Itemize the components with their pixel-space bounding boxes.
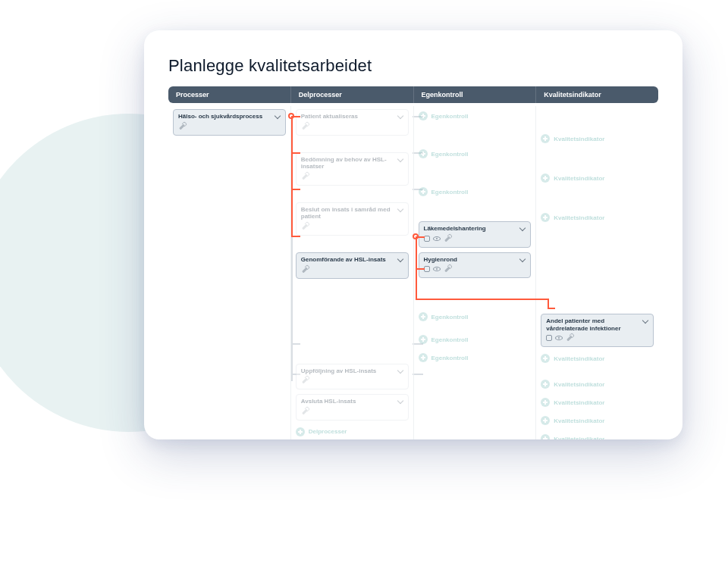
ghost-label: Kvalitetsindikator xyxy=(554,399,604,406)
add-kvalitetsindikator-button[interactable]: Kvalitetsindikator xyxy=(541,132,654,145)
chevron-down-icon xyxy=(398,157,403,162)
process-card[interactable]: Hälso- och sjukvårdsprocess xyxy=(173,109,286,136)
add-egenkontroll-button[interactable]: Egenkontroll xyxy=(419,109,532,123)
plus-icon xyxy=(541,174,550,183)
add-kvalitetsindikator-button[interactable]: Kvalitetsindikator xyxy=(541,171,654,185)
plus-icon xyxy=(541,416,550,425)
subprocess-card[interactable]: Uppföljning av HSL-insats xyxy=(296,364,409,390)
ghost-label: Egenkontroll xyxy=(431,314,469,321)
column-header-kvalitetsindikator: Kvalitetsindikator xyxy=(536,86,658,103)
plus-icon xyxy=(541,213,550,222)
chevron-down-icon xyxy=(398,207,403,212)
wrench-icon[interactable] xyxy=(301,266,309,274)
link-icon[interactable] xyxy=(546,335,552,341)
wrench-icon[interactable] xyxy=(301,408,309,415)
chevron-down-icon xyxy=(398,399,403,404)
add-egenkontroll-button[interactable]: Egenkontroll xyxy=(419,333,532,346)
egenkontroll-title: Hygienrond xyxy=(424,256,526,264)
ghost-label: Egenkontroll xyxy=(431,113,469,120)
subprocess-card[interactable]: Patient aktualiseras xyxy=(296,109,409,136)
wrench-icon[interactable] xyxy=(301,223,309,230)
plus-icon xyxy=(419,312,428,321)
subprocess-card[interactable]: Bedömning av behov av HSL-insatser xyxy=(296,152,409,186)
eye-icon[interactable] xyxy=(433,236,441,241)
planning-grid: Hälso- och sjukvårdsprocess Patient aktu… xyxy=(168,106,658,439)
subprocess-title: Uppföljning av HSL-insats xyxy=(301,367,403,375)
column-egenkontroll: Egenkontroll Egenkontroll Egenkontroll L… xyxy=(414,106,537,439)
ghost-label: Egenkontroll xyxy=(431,336,469,343)
ghost-label: Kvalitetsindikator xyxy=(554,436,604,439)
egenkontroll-card[interactable]: Läkemedelshantering xyxy=(419,221,532,248)
column-kvalitetsindikator: Kvalitetsindikator Kvalitetsindikator Kv… xyxy=(536,106,658,439)
subprocess-title: Genomförande av HSL-insats xyxy=(301,256,403,264)
ghost-label: Kvalitetsindikator xyxy=(554,175,604,182)
wrench-icon[interactable] xyxy=(301,173,309,180)
add-subprocess-label: Delprocesser xyxy=(309,428,347,435)
column-header-egenkontroll: Egenkontroll xyxy=(414,86,537,103)
column-delprocesser: Patient aktualiseras Bedömning av behov … xyxy=(291,106,414,439)
column-header-processer: Processer xyxy=(168,86,291,103)
kvalitetsindikator-title: Andel patienter med vårdrelaterade infek… xyxy=(546,317,648,332)
plus-icon xyxy=(419,335,428,344)
column-processer: Hälso- och sjukvårdsprocess xyxy=(168,106,291,439)
add-subprocess-button[interactable]: Delprocesser xyxy=(296,425,409,439)
add-egenkontroll-button[interactable]: Egenkontroll xyxy=(419,147,532,161)
ghost-label: Egenkontroll xyxy=(431,151,469,158)
plus-icon xyxy=(419,111,428,120)
chevron-down-icon xyxy=(398,257,403,262)
columns-header: Processer Delprocesser Egenkontroll Kval… xyxy=(168,86,658,103)
add-kvalitetsindikator-button[interactable]: Kvalitetsindikator xyxy=(541,396,654,409)
ghost-label: Kvalitetsindikator xyxy=(554,381,604,388)
ghost-label: Kvalitetsindikator xyxy=(554,355,604,362)
eye-icon[interactable] xyxy=(433,267,441,271)
add-kvalitetsindikator-button[interactable]: Kvalitetsindikator xyxy=(541,352,654,365)
wrench-icon[interactable] xyxy=(301,123,309,130)
wrench-icon[interactable] xyxy=(444,235,451,242)
subprocess-title: Avsluta HSL-insats xyxy=(301,398,403,405)
wrench-icon[interactable] xyxy=(301,377,309,384)
add-kvalitetsindikator-button[interactable]: Kvalitetsindikator xyxy=(541,377,654,391)
plus-icon xyxy=(296,427,305,436)
page-title: Planlegge kvalitetsarbeidet xyxy=(168,56,658,76)
wrench-icon[interactable] xyxy=(566,334,573,342)
chevron-down-icon xyxy=(520,257,526,262)
add-egenkontroll-button[interactable]: Egenkontroll xyxy=(419,185,532,199)
add-kvalitetsindikator-button[interactable]: Kvalitetsindikator xyxy=(541,211,654,224)
ghost-label: Egenkontroll xyxy=(431,189,469,195)
process-card-title: Hälso- och sjukvårdsprocess xyxy=(178,113,281,120)
ghost-label: Egenkontroll xyxy=(431,355,469,361)
ghost-label: Kvalitetsindikator xyxy=(554,214,604,221)
chevron-down-icon xyxy=(643,318,648,324)
chevron-down-icon xyxy=(520,226,526,231)
add-kvalitetsindikator-button[interactable]: Kvalitetsindikator xyxy=(541,414,654,427)
plus-icon xyxy=(541,380,550,389)
egenkontroll-title: Läkemedelshantering xyxy=(424,225,526,233)
subprocess-card-active[interactable]: Genomförande av HSL-insats xyxy=(296,252,409,279)
subprocess-card[interactable]: Beslut om insats i samråd med patient xyxy=(296,202,409,236)
plus-icon xyxy=(419,187,428,196)
ghost-label: Kvalitetsindikator xyxy=(554,136,604,142)
plus-icon xyxy=(419,353,428,362)
plus-icon xyxy=(419,149,428,158)
add-egenkontroll-button[interactable]: Egenkontroll xyxy=(419,351,532,364)
plus-icon xyxy=(541,354,550,363)
wrench-icon[interactable] xyxy=(178,123,186,130)
chevron-down-icon xyxy=(398,368,403,374)
chevron-down-icon xyxy=(398,114,403,119)
subprocess-title: Patient aktualiseras xyxy=(301,113,403,120)
wrench-icon[interactable] xyxy=(444,265,451,273)
subprocess-card[interactable]: Avsluta HSL-insats xyxy=(296,394,409,421)
app-window: Planlegge kvalitetsarbeidet Processer De… xyxy=(144,30,682,439)
plus-icon xyxy=(541,434,550,439)
egenkontroll-card[interactable]: Hygienrond xyxy=(419,252,532,279)
kvalitetsindikator-card[interactable]: Andel patienter med vårdrelaterade infek… xyxy=(541,314,654,347)
column-header-delprocesser: Delprocesser xyxy=(291,86,414,103)
plus-icon xyxy=(541,398,550,407)
eye-icon[interactable] xyxy=(555,336,563,340)
add-kvalitetsindikator-button[interactable]: Kvalitetsindikator xyxy=(541,432,654,439)
ghost-label: Kvalitetsindikator xyxy=(554,417,604,424)
subprocess-title: Beslut om insats i samråd med patient xyxy=(301,206,403,220)
add-egenkontroll-button[interactable]: Egenkontroll xyxy=(419,310,532,324)
subprocess-title: Bedömning av behov av HSL-insatser xyxy=(301,156,403,170)
plus-icon xyxy=(541,134,550,143)
